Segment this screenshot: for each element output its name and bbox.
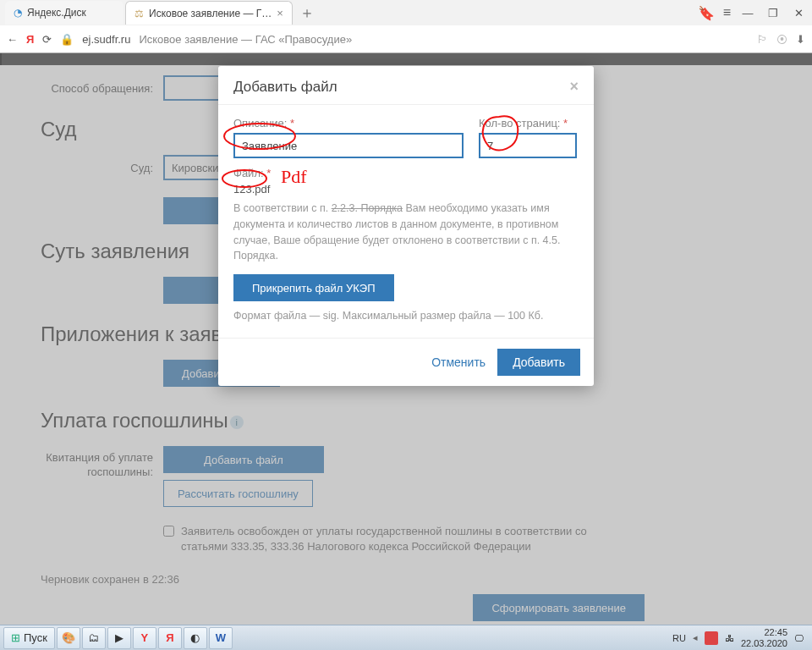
notifications-icon[interactable]: ≡ xyxy=(723,5,731,20)
file-name: 123.pdf xyxy=(233,183,579,196)
tab-label: Исковое заявление — Г… xyxy=(149,8,272,19)
window-minimize[interactable]: — xyxy=(739,7,756,19)
reader-icon[interactable]: 🔖 xyxy=(698,5,715,21)
tray-app-icon[interactable] xyxy=(705,631,718,645)
taskbar-app-word[interactable]: W xyxy=(209,627,233,649)
taskbar-app-explorer[interactable]: 🗂 xyxy=(82,627,106,649)
add-file-modal: Добавить файл × Описание: * Кол-во стран… xyxy=(218,66,594,386)
pages-input[interactable] xyxy=(479,133,577,158)
browser-chrome: ◔ Яндекс.Диск ⚖ Исковое заявление — Г… ×… xyxy=(0,0,812,53)
start-button[interactable]: ⊞ Пуск xyxy=(3,627,55,649)
taskbar-app-wmp[interactable]: ▶ xyxy=(107,627,131,649)
extension-icon[interactable]: ⦿ xyxy=(776,33,787,46)
add-button[interactable]: Добавить xyxy=(497,349,580,376)
reload-icon[interactable]: ⟳ xyxy=(42,33,52,46)
windows-icon: ⊞ xyxy=(11,631,20,644)
tab-active[interactable]: ⚖ Исковое заявление — Г… × xyxy=(125,1,293,25)
tray-monitor-icon[interactable]: 🖵 xyxy=(794,633,804,643)
tab-yandex-disk[interactable]: ◔ Яндекс.Диск xyxy=(5,1,123,25)
tab-favicon: ⚖ xyxy=(134,8,144,19)
cancel-button[interactable]: Отменить xyxy=(431,355,486,369)
modal-close-icon[interactable]: × xyxy=(569,78,579,96)
file-label: Файл: xyxy=(233,167,264,179)
pages-label: Кол-во страниц: xyxy=(479,117,560,129)
lock-icon: 🔒 xyxy=(60,33,74,46)
yandex-icon[interactable]: Я xyxy=(26,33,34,46)
tab-label: Яндекс.Диск xyxy=(27,7,86,19)
taskbar: ⊞ Пуск 🎨 🗂 ▶ Y Я ◐ W RU ◂ 🖧 22:45 22.03.… xyxy=(0,625,812,650)
tray-chevron-icon[interactable]: ◂ xyxy=(693,632,698,643)
address-bar: ← Я ⟳ 🔒 ej.sudfr.ru Исковое заявление — … xyxy=(0,25,812,52)
window-close[interactable]: ✕ xyxy=(790,7,807,19)
taskbar-app-yandex-browser[interactable]: Y xyxy=(133,627,156,649)
sig-help-text: Формат файла — sig. Максимальный размер … xyxy=(233,308,579,324)
tray-clock[interactable]: 22:45 22.03.2020 xyxy=(741,627,787,647)
new-tab-button[interactable]: ＋ xyxy=(299,3,315,23)
desc-label: Описание: xyxy=(233,117,287,129)
window-maximize[interactable]: ❐ xyxy=(765,7,782,19)
lang-indicator[interactable]: RU xyxy=(672,633,686,643)
tab-favicon: ◔ xyxy=(14,7,22,19)
file-help-text: В соответствии с п. 2.2.3. Порядка Вам н… xyxy=(233,201,579,264)
download-icon[interactable]: ⬇ xyxy=(796,33,805,46)
close-tab-icon[interactable]: × xyxy=(277,7,283,19)
bookmark-icon[interactable]: 🏳 xyxy=(757,33,768,46)
url-path[interactable]: Исковое заявление — ГАС «Правосудие» xyxy=(139,33,352,46)
url-host[interactable]: ej.sudfr.ru xyxy=(82,33,130,46)
taskbar-app-yandex[interactable]: Я xyxy=(158,627,182,649)
nav-back-icon[interactable]: ← xyxy=(7,33,18,46)
tab-strip: ◔ Яндекс.Диск ⚖ Исковое заявление — Г… ×… xyxy=(0,0,812,25)
modal-title: Добавить файл xyxy=(233,79,337,96)
taskbar-app-paint[interactable]: 🎨 xyxy=(57,627,80,649)
taskbar-app-generic[interactable]: ◐ xyxy=(184,627,207,649)
attach-signature-button[interactable]: Прикрепить файл УКЭП xyxy=(233,274,394,301)
description-input[interactable] xyxy=(233,133,464,158)
tray-network-icon[interactable]: 🖧 xyxy=(725,633,734,643)
